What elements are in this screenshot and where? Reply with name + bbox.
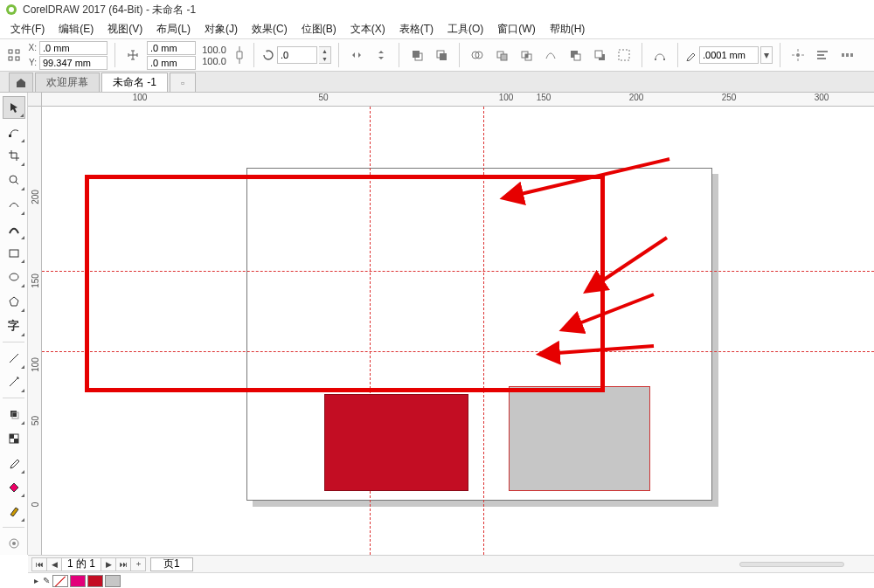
intersect-icon[interactable] (516, 45, 537, 66)
swatch-red[interactable] (87, 575, 103, 587)
snap-icon[interactable] (787, 45, 808, 66)
rotation-icon (261, 48, 275, 62)
menu-file[interactable]: 文件(F) (3, 20, 52, 38)
menu-view[interactable]: 视图(V) (101, 20, 149, 38)
svg-point-31 (10, 273, 18, 280)
svg-rect-5 (16, 57, 19, 60)
y-input[interactable] (39, 56, 108, 70)
x-label: X: (28, 43, 37, 52)
weld-icon[interactable] (467, 45, 488, 66)
canvas[interactable] (42, 107, 874, 555)
rectangle-tool[interactable] (3, 242, 25, 265)
width-input[interactable] (147, 41, 196, 55)
svg-rect-25 (842, 53, 844, 57)
scroll-slider[interactable] (739, 562, 844, 567)
polygon-tool[interactable] (3, 290, 25, 313)
toolbox: 字 (0, 93, 28, 555)
x-input[interactable] (39, 41, 108, 55)
size-block (147, 41, 196, 70)
svg-rect-36 (14, 439, 18, 443)
fill-tool[interactable] (3, 476, 25, 499)
ruler-vertical[interactable]: 200150100500 (28, 107, 42, 555)
convert-to-curves-icon[interactable] (649, 45, 670, 66)
menu-effects[interactable]: 效果(C) (245, 20, 295, 38)
ellipse-tool[interactable] (3, 266, 25, 288)
rotation-spinner[interactable]: ▲▼ (319, 46, 331, 64)
page-tab-label: 页1 (163, 557, 180, 571)
menu-window[interactable]: 窗口(W) (490, 20, 542, 38)
menu-edit[interactable]: 编辑(E) (52, 20, 101, 38)
freehand-tool[interactable] (3, 193, 25, 216)
nav-next-icon[interactable]: ▶ (101, 557, 116, 571)
svg-rect-2 (9, 50, 12, 53)
palette-left-icon[interactable]: ▸ (31, 576, 40, 585)
mirror-v-icon[interactable] (371, 45, 392, 66)
nav-page-of: 1 的 1 (61, 557, 101, 571)
text-tool[interactable]: 字 (3, 315, 25, 337)
ruler-h-label: 250 (722, 93, 737, 102)
menu-object[interactable]: 对象(J) (198, 20, 245, 38)
zoom-tool[interactable] (3, 169, 25, 191)
artistic-media-tool[interactable] (3, 218, 25, 240)
swatch-magenta[interactable] (70, 575, 86, 587)
nav-first-icon[interactable]: ⏮ (31, 557, 47, 571)
to-back-icon[interactable] (431, 45, 452, 66)
gray-rectangle-object[interactable] (509, 386, 650, 491)
simplify-icon[interactable] (540, 45, 561, 66)
ruler-v-label: 200 (31, 189, 40, 206)
add-tab[interactable]: ▫ (170, 73, 196, 92)
svg-rect-6 (413, 51, 420, 58)
page-tab-1[interactable]: 页1 (150, 557, 193, 571)
ruler-corner[interactable] (28, 93, 42, 107)
boundary-icon[interactable] (614, 45, 635, 66)
trim-icon[interactable] (491, 45, 512, 66)
connector-tool[interactable] (3, 371, 25, 394)
svg-rect-8 (440, 53, 447, 60)
object-origin-icon[interactable] (3, 45, 24, 66)
ruler-h-label: 50 (318, 93, 328, 102)
swatch-gray[interactable] (105, 575, 121, 587)
align-icon[interactable] (812, 45, 833, 66)
home-tab[interactable] (9, 73, 33, 92)
menu-text[interactable]: 文本(X) (343, 20, 392, 38)
height-input[interactable] (147, 56, 196, 70)
lock-ratio-icon[interactable] (232, 43, 246, 67)
outline-dropdown-icon[interactable]: ▾ (760, 46, 773, 64)
y-label: Y: (28, 58, 37, 67)
menu-tools[interactable]: 工具(O) (440, 20, 490, 38)
parallel-dimension-tool[interactable] (3, 347, 25, 370)
ruler-h-label: 100 (499, 93, 514, 102)
ruler-horizontal[interactable]: 10050100150200250300400 (42, 93, 874, 107)
nav-add-page-icon[interactable]: ＋ (130, 557, 146, 571)
transparency-tool[interactable] (3, 427, 25, 450)
scale-block: 100.0 100.0 (199, 45, 229, 66)
distribute-icon[interactable] (836, 45, 857, 66)
menu-table[interactable]: 表格(T) (392, 20, 440, 38)
back-minus-front-icon[interactable] (589, 45, 610, 66)
nav-prev-icon[interactable]: ◀ (46, 557, 62, 571)
palette-menu-icon[interactable]: ✎ (42, 576, 51, 585)
red-rectangle-object[interactable] (324, 394, 468, 491)
menu-bitmap[interactable]: 位图(B) (295, 20, 343, 38)
welcome-tab[interactable]: 欢迎屏幕 (35, 73, 100, 92)
rotation-input[interactable] (277, 46, 317, 64)
mirror-h-icon[interactable] (346, 45, 367, 66)
swatch-none[interactable] (52, 575, 68, 587)
menu-help[interactable]: 帮助(H) (543, 20, 593, 38)
eyedropper-tool[interactable] (3, 452, 25, 474)
nav-last-icon[interactable]: ⏭ (115, 557, 131, 571)
smart-fill-tool[interactable] (3, 500, 25, 522)
menu-layout[interactable]: 布局(L) (149, 20, 198, 38)
home-icon (15, 77, 27, 89)
options-tool[interactable] (3, 532, 25, 555)
drop-shadow-tool[interactable] (3, 403, 25, 425)
pick-tool[interactable] (3, 96, 25, 119)
window-title: CorelDRAW 2017 (64-Bit) - 未命名 -1 (23, 3, 196, 17)
front-minus-back-icon[interactable] (565, 45, 586, 66)
to-front-icon[interactable] (406, 45, 427, 66)
svg-point-24 (796, 53, 800, 57)
crop-tool[interactable] (3, 145, 25, 168)
shape-tool[interactable] (3, 121, 25, 143)
doc-tab[interactable]: 未命名 -1 (101, 73, 168, 92)
outline-width-input[interactable] (699, 46, 759, 64)
